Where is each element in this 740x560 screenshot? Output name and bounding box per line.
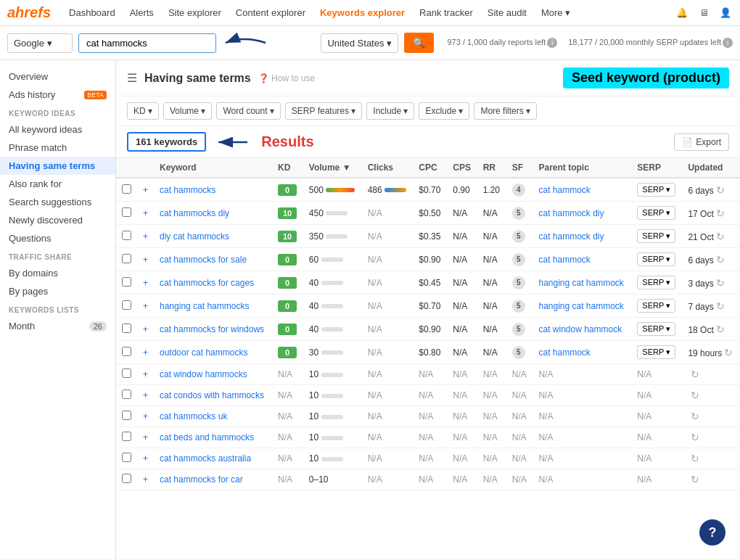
hamburger-icon[interactable]: ☰ xyxy=(127,71,137,85)
sidebar-item-also-rank-for[interactable]: Also rank for xyxy=(0,175,115,193)
keyword-link-6[interactable]: cat hammocks for windows xyxy=(160,324,264,334)
refresh-icon-4[interactable]: ↻ xyxy=(716,277,725,289)
parent-topic-link-4[interactable]: hanging cat hammock xyxy=(538,278,623,288)
col-header-10[interactable]: Parent topic xyxy=(533,158,631,178)
add-keyword-btn-8[interactable]: + xyxy=(137,364,154,385)
add-keyword-btn-4[interactable]: + xyxy=(137,271,154,295)
refresh-icon-3[interactable]: ↻ xyxy=(716,254,725,265)
serp-button-7[interactable]: SERP ▾ xyxy=(637,345,675,359)
row-checkbox-13[interactable] xyxy=(122,474,131,483)
row-checkbox-9[interactable] xyxy=(122,390,131,399)
filter-btn-volume-[interactable]: Volume ▾ xyxy=(163,102,212,120)
nav-item-site-explorer[interactable]: Site explorer xyxy=(161,0,229,26)
serp-button-2[interactable]: SERP ▾ xyxy=(637,229,675,243)
col-header-8[interactable]: RR xyxy=(477,158,506,178)
add-keyword-btn-6[interactable]: + xyxy=(137,318,154,341)
add-keyword-btn-1[interactable]: + xyxy=(137,202,154,225)
sidebar-item-search-suggestions[interactable]: Search suggestions xyxy=(0,193,115,211)
filter-btn-exclude-[interactable]: Exclude ▾ xyxy=(419,102,469,120)
row-checkbox-4[interactable] xyxy=(122,277,131,287)
keyword-link-9[interactable]: cat condos with hammocks xyxy=(160,390,264,400)
add-keyword-btn-13[interactable]: + xyxy=(137,469,154,490)
filter-btn-word-count-[interactable]: Word count ▾ xyxy=(216,102,280,120)
refresh-icon-8[interactable]: ↻ xyxy=(691,368,699,380)
help-button[interactable]: ? xyxy=(699,519,725,545)
serp-button-1[interactable]: SERP ▾ xyxy=(637,206,675,220)
add-keyword-btn-12[interactable]: + xyxy=(137,448,154,469)
parent-topic-link-0[interactable]: cat hammock xyxy=(538,185,590,195)
keyword-link-11[interactable]: cat beds and hammocks xyxy=(160,432,254,442)
serp-button-4[interactable]: SERP ▾ xyxy=(637,276,675,289)
col-header-7[interactable]: CPS xyxy=(447,158,477,178)
search-button[interactable]: 🔍 xyxy=(404,33,434,53)
keyword-link-4[interactable]: cat hammocks for cages xyxy=(160,278,254,288)
sidebar-item-questions[interactable]: Questions xyxy=(0,229,115,247)
refresh-icon-5[interactable]: ↻ xyxy=(716,300,725,312)
nav-item-content-explorer[interactable]: Content explorer xyxy=(229,0,313,26)
how-to-use-link[interactable]: ❓ How to use xyxy=(258,73,315,83)
add-keyword-btn-3[interactable]: + xyxy=(137,248,154,271)
sidebar-item-overview[interactable]: Overview xyxy=(0,67,115,86)
serp-button-3[interactable]: SERP ▾ xyxy=(637,252,675,266)
refresh-icon-7[interactable]: ↻ xyxy=(724,347,733,358)
nav-item-more-[interactable]: More ▾ xyxy=(534,0,577,26)
filter-btn-include-[interactable]: Include ▾ xyxy=(366,102,414,120)
row-checkbox-5[interactable] xyxy=(122,300,131,310)
col-header-3[interactable]: KD xyxy=(272,158,303,178)
country-select[interactable]: United States ▾ xyxy=(321,33,398,53)
quota1-info-icon[interactable]: i xyxy=(547,38,557,48)
add-keyword-btn-7[interactable]: + xyxy=(137,341,154,364)
parent-topic-link-6[interactable]: cat window hammock xyxy=(538,324,622,334)
serp-button-6[interactable]: SERP ▾ xyxy=(637,322,675,336)
keyword-link-2[interactable]: diy cat hammocks xyxy=(160,231,229,242)
notification-icon[interactable]: 🔔 xyxy=(675,6,689,20)
refresh-icon-6[interactable]: ↻ xyxy=(716,324,725,335)
refresh-icon-2[interactable]: ↻ xyxy=(716,231,725,242)
col-header-12[interactable]: Updated xyxy=(682,158,740,178)
keyword-link-1[interactable]: cat hammocks diy xyxy=(160,208,229,218)
sidebar-item-newly-discovered[interactable]: Newly discovered xyxy=(0,211,115,229)
row-checkbox-8[interactable] xyxy=(122,368,131,378)
filter-btn-kd-[interactable]: KD ▾ xyxy=(127,102,159,120)
add-keyword-btn-10[interactable]: + xyxy=(137,406,154,427)
nav-item-alerts[interactable]: Alerts xyxy=(123,0,161,26)
parent-topic-link-1[interactable]: cat hammock diy xyxy=(538,208,604,218)
col-header-4[interactable]: Volume ▼ xyxy=(303,158,362,178)
sidebar-item-phrase-match[interactable]: Phrase match xyxy=(0,139,115,157)
col-header-9[interactable]: SF xyxy=(506,158,533,178)
col-header-5[interactable]: Clicks xyxy=(362,158,414,178)
refresh-icon-10[interactable]: ↻ xyxy=(691,411,699,422)
refresh-icon-13[interactable]: ↻ xyxy=(691,474,699,485)
export-button[interactable]: 📄 Export xyxy=(674,133,729,151)
add-keyword-btn-5[interactable]: + xyxy=(137,295,154,318)
row-checkbox-11[interactable] xyxy=(122,432,131,441)
keyword-link-8[interactable]: cat window hammocks xyxy=(160,369,247,379)
keyword-link-5[interactable]: hanging cat hammocks xyxy=(160,301,249,311)
add-keyword-btn-2[interactable]: + xyxy=(137,225,154,248)
refresh-icon-0[interactable]: ↻ xyxy=(716,184,725,196)
row-checkbox-3[interactable] xyxy=(122,254,131,263)
keyword-link-0[interactable]: cat hammocks xyxy=(160,185,215,195)
row-checkbox-12[interactable] xyxy=(122,453,131,462)
monitor-icon[interactable]: 🖥 xyxy=(696,6,711,20)
quota2-info-icon[interactable]: i xyxy=(723,38,733,48)
sidebar-item-all-keyword-ideas[interactable]: All keyword ideas xyxy=(0,120,115,139)
filter-btn-serp-features-[interactable]: SERP features ▾ xyxy=(285,102,363,120)
add-keyword-btn-9[interactable]: + xyxy=(137,385,154,406)
row-checkbox-2[interactable] xyxy=(122,231,131,240)
serp-button-5[interactable]: SERP ▾ xyxy=(637,299,675,313)
add-keyword-btn-11[interactable]: + xyxy=(137,427,154,448)
parent-topic-link-3[interactable]: cat hammock xyxy=(538,255,590,265)
engine-select[interactable]: Google ▾ xyxy=(7,33,73,53)
filter-btn-more-filters-[interactable]: More filters ▾ xyxy=(474,102,537,120)
parent-topic-link-7[interactable]: cat hammock xyxy=(538,347,590,358)
user-icon[interactable]: 👤 xyxy=(718,6,733,20)
nav-item-rank-tracker[interactable]: Rank tracker xyxy=(412,0,480,26)
sidebar-item-month[interactable]: Month26 xyxy=(0,317,115,335)
sidebar-item-by-pages[interactable]: By pages xyxy=(0,282,115,300)
keyword-link-13[interactable]: cat hammocks for car xyxy=(160,474,243,485)
keyword-link-3[interactable]: cat hammocks for sale xyxy=(160,255,247,265)
row-checkbox-0[interactable] xyxy=(122,184,131,194)
serp-button-0[interactable]: SERP ▾ xyxy=(637,183,675,197)
refresh-icon-9[interactable]: ↻ xyxy=(691,390,699,401)
